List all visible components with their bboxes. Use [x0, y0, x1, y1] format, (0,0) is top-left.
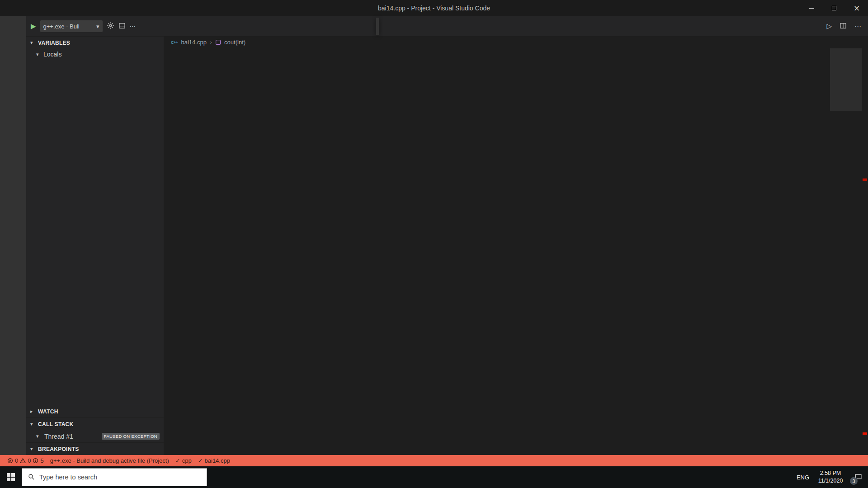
system-tray: ENG 2:58 PM 11/1/2020 3: [793, 466, 868, 488]
status-bar: 0 0 5 g++.exe - Build and debug active f…: [0, 455, 868, 466]
chevron-down-icon: ▾: [36, 433, 42, 439]
window-title: bai14.cpp - Project - Visual Studio Code: [378, 5, 490, 12]
check-icon: ✓: [198, 457, 203, 464]
warnings-count: 0: [28, 457, 31, 464]
breadcrumb-file[interactable]: bai14.cpp: [181, 39, 207, 46]
problems-indicator[interactable]: 0 0 5: [5, 457, 47, 464]
call-stack-title: CALL STACK: [38, 421, 74, 427]
launch-config-dropdown[interactable]: g++.exe - Buil ▾: [40, 20, 103, 32]
build-task-status[interactable]: g++.exe - Build and debug active file (P…: [47, 457, 172, 464]
chevron-down-icon: ▾: [30, 40, 36, 46]
breakpoints-title: BREAKPOINTS: [38, 446, 79, 452]
build-task-label: g++.exe - Build and debug active file (P…: [50, 457, 169, 464]
clock-date: 11/1/2020: [813, 477, 848, 485]
maximize-button[interactable]: [823, 0, 845, 16]
start-button[interactable]: [0, 466, 22, 488]
paused-badge: PAUSED ON EXCEPTION: [102, 433, 160, 440]
watch-pane: ▸ WATCH: [26, 405, 164, 418]
chevron-down-icon: ▾: [96, 23, 99, 30]
info-icon: [33, 458, 38, 464]
thread-label: Thread #1: [44, 433, 73, 440]
breadcrumb-separator: ›: [210, 39, 212, 46]
chevron-down-icon: ▾: [30, 446, 36, 452]
main-area: ▶ g++.exe - Buil ▾ ⋯ ▾ VARIABLES ▾ Local…: [0, 16, 868, 455]
info-count: 5: [40, 457, 43, 464]
tab-bar: ▷ ⋯: [164, 16, 868, 36]
minimize-button[interactable]: [800, 0, 823, 16]
minimize-icon: [809, 8, 814, 9]
gear-icon[interactable]: [107, 22, 114, 31]
minimap[interactable]: [830, 48, 862, 455]
method-symbol-icon: [215, 39, 221, 45]
check-icon: ✓: [175, 457, 180, 464]
close-button[interactable]: ×: [845, 0, 868, 16]
watch-title: WATCH: [38, 408, 58, 415]
open-panel-icon[interactable]: [118, 22, 126, 31]
windows-taskbar: Type here to search ENG 2:58 PM 11/1/202…: [0, 466, 868, 488]
debug-sidebar: ▶ g++.exe - Buil ▾ ⋯ ▾ VARIABLES ▾ Local…: [26, 16, 164, 455]
run-file-icon[interactable]: ▷: [826, 22, 832, 30]
debug-toolbar: [376, 18, 379, 35]
chevron-right-icon: ▸: [30, 408, 36, 414]
maximize-icon: [832, 6, 836, 10]
thread-row[interactable]: ▾ Thread #1 PAUSED ON EXCEPTION: [26, 430, 164, 442]
launch-config-label: g++.exe - Buil: [43, 23, 80, 30]
start-debug-button[interactable]: ▶: [31, 22, 36, 30]
clock[interactable]: 2:58 PM 11/1/2020: [813, 469, 848, 485]
clock-time: 2:58 PM: [813, 469, 848, 477]
call-stack-pane: ▾ CALL STACK ▾ Thread #1 PAUSED ON EXCEP…: [26, 418, 164, 442]
task-check-file[interactable]: ✓ bai14.cpp: [195, 457, 233, 464]
overview-ruler[interactable]: [862, 48, 868, 455]
chevron-down-icon: ▾: [36, 49, 42, 60]
errors-count: 0: [15, 457, 18, 464]
warnings-icon: [20, 458, 26, 464]
search-placeholder: Type here to search: [39, 474, 97, 481]
breadcrumb-symbol[interactable]: cout(int): [224, 39, 245, 46]
watch-header[interactable]: ▸ WATCH: [26, 405, 164, 418]
more-actions-icon[interactable]: ⋯: [130, 23, 136, 30]
check-label: cpp: [182, 457, 192, 464]
variables-pane: ▾ VARIABLES ▾ Locals: [26, 36, 164, 405]
notification-center-button[interactable]: 3: [848, 466, 868, 488]
taskbar-search[interactable]: Type here to search: [22, 468, 207, 486]
titlebar: bai14.cpp - Project - Visual Studio Code…: [0, 0, 868, 16]
scope-locals[interactable]: ▾ Locals: [26, 49, 164, 60]
code-lines: [164, 48, 868, 455]
editor-region: ▷ ⋯ C++ bai14.cpp › cout(int) Exception …: [164, 16, 868, 455]
windows-logo-icon: [7, 473, 15, 481]
call-stack-header[interactable]: ▾ CALL STACK: [26, 418, 164, 430]
errors-icon: [7, 458, 13, 464]
task-check-cpp[interactable]: ✓ cpp: [173, 457, 194, 464]
activity-bar: [0, 16, 26, 455]
ruler-exception-mark: [863, 178, 867, 181]
ruler-breakpoint-mark: [863, 432, 867, 435]
breadcrumb[interactable]: C++ bai14.cpp › cout(int): [164, 36, 868, 48]
more-actions-icon[interactable]: ⋯: [854, 22, 861, 30]
variables-title: VARIABLES: [38, 40, 70, 46]
search-icon: [28, 473, 35, 482]
debug-launch-header: ▶ g++.exe - Buil ▾ ⋯: [26, 16, 164, 36]
code-area[interactable]: Exception has occurred. Segmentation fau…: [164, 48, 868, 455]
split-editor-icon[interactable]: [840, 22, 847, 31]
scope-label: Locals: [43, 49, 61, 60]
window-controls: ×: [800, 0, 868, 16]
editor-actions: ▷ ⋯: [820, 16, 868, 36]
breakpoints-pane: ▾ BREAKPOINTS: [26, 442, 164, 455]
breakpoints-header[interactable]: ▾ BREAKPOINTS: [26, 443, 164, 455]
variables-header[interactable]: ▾ VARIABLES: [26, 37, 164, 49]
notification-badge: 3: [850, 477, 858, 485]
minimap-slider[interactable]: [830, 48, 862, 111]
check-label: bai14.cpp: [205, 457, 230, 464]
language-indicator[interactable]: ENG: [793, 474, 813, 481]
close-icon: ×: [854, 5, 860, 12]
cpp-file-icon: C++: [171, 40, 178, 45]
chevron-down-icon: ▾: [30, 421, 36, 427]
